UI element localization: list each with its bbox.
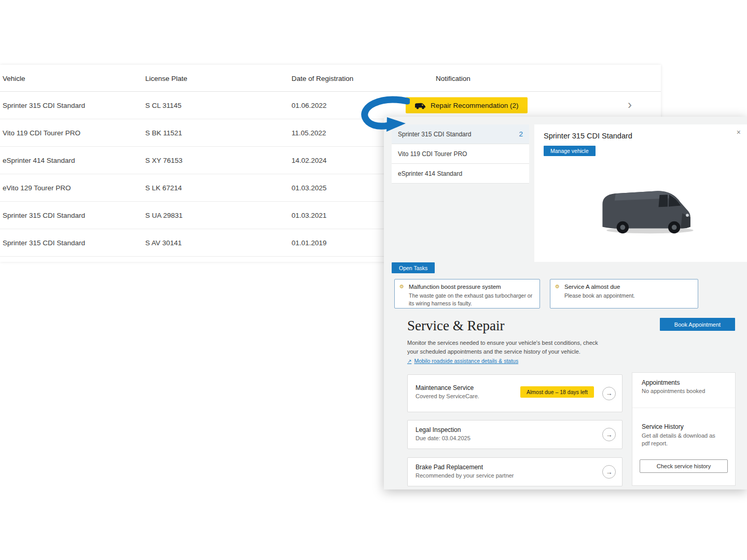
vehicle-name: Vito 119 CDI Tourer PRO — [3, 129, 80, 137]
vehicle-list-label: Vito 119 CDI Tourer PRO — [398, 150, 467, 158]
van-icon — [414, 101, 426, 109]
vehicle-image — [592, 178, 706, 236]
arrow-right-icon[interactable]: → — [602, 387, 616, 400]
card-description: Covered by ServiceCare. — [416, 393, 479, 399]
appointments-status: No appointments booked — [642, 388, 705, 394]
open-tasks-button[interactable]: Open Tasks — [392, 262, 435, 273]
registration-date: 14.02.2024 — [292, 157, 327, 164]
task-title: Malfunction boost pressure system — [409, 284, 501, 290]
chevron-right-icon[interactable]: › — [628, 99, 632, 111]
maintenance-service-card[interactable]: Maintenance Service Covered by ServiceCa… — [407, 374, 622, 412]
external-link-icon: ↗ — [407, 358, 411, 364]
vehicle-detail-title: Sprinter 315 CDI Standard — [544, 132, 632, 140]
vehicle-name: Sprinter 315 CDI Standard — [3, 239, 85, 247]
table-row[interactable]: Sprinter 315 CDI Standard S CL 31145 01.… — [0, 92, 661, 119]
almost-due-badge: Almost due – 18 days left — [520, 386, 594, 398]
license-plate: S CL 31145 — [145, 102, 182, 109]
vehicle-name: eSprinter 414 Standard — [3, 157, 75, 164]
vehicle-detail-panel: Sprinter 315 CDI Standard 2 Vito 119 CDI… — [384, 117, 747, 489]
mobilo-assistance-link[interactable]: ↗ Mobilo roadside assistance details & s… — [407, 358, 518, 364]
vehicle-list-label: eSprinter 414 Standard — [398, 170, 462, 177]
task-card-malfunction[interactable]: ⚙ Malfunction boost pressure system The … — [394, 279, 540, 309]
vehicle-detail-card: Sprinter 315 CDI Standard × Manage vehic… — [534, 124, 747, 262]
divider — [632, 408, 735, 408]
repair-recommendation-button[interactable]: Repair Recommendation (2) — [406, 97, 528, 114]
card-title: Brake Pad Replacement — [416, 464, 483, 471]
col-header-notification: Notification — [436, 74, 471, 82]
table-header-row: Vehicle License Plate Date of Registrati… — [0, 65, 661, 92]
license-plate: S XY 76153 — [145, 157, 183, 164]
card-description: Recommended by your service partner — [416, 472, 514, 479]
arrow-right-icon[interactable]: → — [602, 428, 616, 441]
service-history-title: Service History — [642, 423, 684, 430]
col-header-vehicle: Vehicle — [3, 74, 25, 82]
close-icon[interactable]: × — [737, 128, 741, 136]
col-header-registration-date: Date of Registration — [292, 74, 353, 82]
service-gear-icon: ⚙ — [399, 284, 404, 289]
vehicle-name: Sprinter 315 CDI Standard — [3, 212, 85, 219]
brake-pad-replacement-card[interactable]: Brake Pad Replacement Recommended by you… — [407, 457, 622, 486]
check-service-history-button[interactable]: Check service history — [640, 459, 728, 473]
vehicle-list-item[interactable]: Vito 119 CDI Tourer PRO — [392, 144, 529, 164]
vehicle-name: Sprinter 315 CDI Standard — [3, 102, 85, 109]
appointments-history-column: Appointments No appointments booked Serv… — [632, 372, 736, 486]
task-description: Please book an appointment. — [564, 292, 693, 300]
vehicle-list-item[interactable]: eSprinter 414 Standard — [392, 164, 529, 184]
card-title: Maintenance Service — [416, 384, 474, 391]
book-appointment-button[interactable]: Book Appointment — [660, 318, 735, 331]
legal-inspection-card[interactable]: Legal Inspection Due date: 03.04.2025 → — [407, 420, 622, 449]
registration-date: 11.05.2022 — [292, 129, 326, 137]
task-title: Service A almost due — [564, 284, 620, 290]
task-card-service-due[interactable]: ⚙ Service A almost due Please book an ap… — [550, 279, 698, 309]
repair-button-label: Repair Recommendation (2) — [431, 102, 519, 109]
registration-date: 01.03.2025 — [292, 184, 327, 192]
col-header-license-plate: License Plate — [145, 74, 187, 82]
license-plate: S BK 11521 — [145, 129, 182, 137]
registration-date: 01.03.2021 — [292, 212, 327, 219]
arrow-right-icon[interactable]: → — [602, 465, 616, 479]
service-history-description: Get all details & download as pdf report… — [642, 432, 721, 448]
vehicle-name: eVito 129 Tourer PRO — [3, 184, 71, 192]
service-repair-description: Monitor the services needed to ensure yo… — [407, 339, 607, 356]
notification-count-badge: 2 — [519, 130, 523, 138]
license-plate: S AV 30141 — [145, 239, 182, 247]
service-repair-heading: Service & Repair — [407, 318, 504, 334]
license-plate: S LK 67214 — [145, 184, 182, 192]
callout-arrow-icon — [358, 95, 410, 133]
panel-vehicle-list: Sprinter 315 CDI Standard 2 Vito 119 CDI… — [392, 124, 529, 184]
mobilo-link-label: Mobilo roadside assistance details & sta… — [414, 358, 518, 364]
registration-date: 01.01.2019 — [292, 239, 327, 247]
task-description: The waste gate on the exhaust gas turboc… — [409, 292, 535, 307]
appointments-title: Appointments — [642, 379, 680, 386]
manage-vehicle-button[interactable]: Manage vehicle — [544, 146, 596, 156]
vehicle-list-item[interactable]: Sprinter 315 CDI Standard 2 — [392, 124, 529, 144]
registration-date: 01.06.2022 — [292, 102, 327, 109]
license-plate: S UA 29831 — [145, 212, 183, 219]
service-gear-icon: ⚙ — [555, 284, 560, 289]
card-description: Due date: 03.04.2025 — [416, 435, 471, 441]
card-title: Legal Inspection — [416, 426, 461, 433]
page: Vehicle License Plate Date of Registrati… — [0, 0, 747, 560]
